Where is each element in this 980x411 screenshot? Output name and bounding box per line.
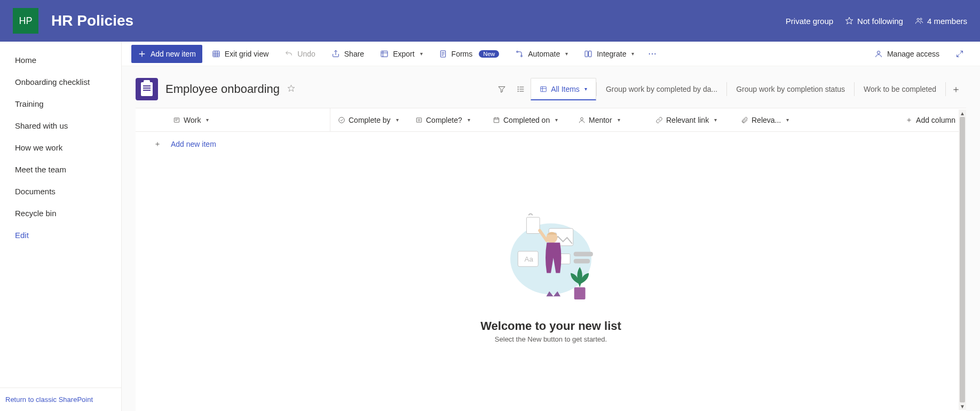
list-icon: [517, 85, 525, 93]
svg-point-44: [581, 117, 583, 120]
add-new-item-row[interactable]: ＋ Add new item: [136, 132, 966, 156]
plus-icon: [138, 50, 146, 58]
column-header-completed-on[interactable]: Completed on ▾: [485, 108, 571, 131]
sidebar-item-training[interactable]: Training: [0, 93, 121, 115]
sidebar-item-label: Shared with us: [15, 121, 68, 130]
site-title[interactable]: HR Policies: [51, 12, 133, 29]
view-tab-label: Group work by completed by da...: [606, 85, 717, 93]
column-header-complete-by[interactable]: Complete by ▾: [330, 108, 408, 131]
svg-rect-3: [213, 51, 219, 57]
follow-button[interactable]: Not following: [845, 17, 903, 26]
empty-state-title: Welcome to your new list: [480, 319, 621, 333]
main-region: Add new item Exit grid view Undo Share E…: [122, 42, 980, 411]
ellipsis-icon: ⋯: [648, 49, 657, 59]
scroll-down-arrow[interactable]: ▼: [959, 402, 966, 410]
empty-state-subtitle: Select the New button to get started.: [495, 335, 607, 343]
sidebar-item-home[interactable]: Home: [0, 49, 121, 71]
filter-button[interactable]: [492, 78, 511, 100]
members-button[interactable]: 4 members: [915, 17, 967, 26]
chevron-down-icon: ▾: [468, 117, 470, 123]
undo-label: Undo: [297, 50, 315, 58]
integrate-label: Integrate: [597, 50, 626, 58]
expand-button[interactable]: [949, 45, 970, 63]
sidebar-item-label: Onboarding checklist: [15, 77, 90, 86]
svg-rect-33: [174, 117, 179, 122]
scroll-thumb[interactable]: [960, 117, 965, 402]
sidebar-item-label: How we work: [15, 143, 62, 152]
sidebar-edit-link[interactable]: Edit: [0, 224, 121, 246]
svg-rect-9: [381, 51, 388, 57]
plus-icon: ＋: [905, 115, 913, 125]
svg-point-1: [917, 18, 919, 20]
site-logo[interactable]: HP: [13, 8, 38, 34]
add-new-item-label: Add new item: [151, 50, 196, 58]
add-new-item-row-label: Add new item: [171, 140, 216, 148]
forms-label: Forms: [452, 50, 473, 58]
column-header-complete-question[interactable]: Complete? ▾: [408, 108, 485, 131]
more-commands-button[interactable]: ⋯: [644, 45, 661, 63]
svg-rect-55: [574, 287, 586, 299]
members-label: 4 members: [927, 17, 967, 26]
sidebar-item-documents[interactable]: Documents: [0, 180, 121, 202]
chevron-down-icon: ▾: [555, 117, 558, 123]
sidebar-item-recycle-bin[interactable]: Recycle bin: [0, 202, 121, 224]
column-header-releva-truncated[interactable]: Releva... ▾: [733, 108, 811, 131]
add-new-item-button[interactable]: Add new item: [131, 45, 202, 63]
svg-rect-50: [560, 254, 570, 264]
column-header-work[interactable]: Work ▾: [136, 108, 330, 131]
automate-button[interactable]: Automate ▾: [509, 45, 574, 63]
list-view-toggle-button[interactable]: [511, 78, 531, 100]
person-icon: [874, 50, 883, 58]
scroll-up-arrow[interactable]: ▲: [959, 109, 966, 117]
view-tab-work-to-be-completed[interactable]: Work to be completed: [855, 78, 945, 100]
view-tab-label: Work to be completed: [864, 85, 936, 93]
exit-grid-view-button[interactable]: Exit grid view: [206, 45, 275, 63]
svg-point-36: [339, 117, 345, 123]
view-tab-group-by-date[interactable]: Group work by completed by da...: [597, 78, 726, 100]
sidebar-item-shared-with-us[interactable]: Shared with us: [0, 115, 121, 137]
chevron-down-icon: ▾: [565, 51, 568, 57]
link-icon: [655, 116, 663, 124]
integrate-button[interactable]: Integrate ▾: [578, 45, 641, 63]
star-icon: [287, 84, 295, 92]
sidebar-item-how-we-work[interactable]: How we work: [0, 137, 121, 159]
sidebar-item-label: Training: [15, 99, 44, 108]
sidebar-item-onboarding-checklist[interactable]: Onboarding checklist: [0, 71, 121, 93]
expand-icon: [955, 50, 964, 58]
svg-point-20: [877, 51, 880, 53]
column-header-relevant-link[interactable]: Relevant link ▾: [648, 108, 733, 131]
column-header-mentor[interactable]: Mentor ▾: [571, 108, 648, 131]
svg-rect-37: [416, 117, 421, 122]
add-column-button[interactable]: ＋ Add column: [898, 108, 966, 131]
share-button[interactable]: Share: [325, 45, 370, 63]
exit-grid-label: Exit grid view: [225, 50, 268, 58]
svg-marker-23: [288, 85, 295, 91]
share-icon: [331, 50, 340, 58]
svg-point-17: [521, 55, 523, 57]
view-tab-label: All Items: [551, 85, 580, 93]
list-header: Employee onboarding All Items ▾: [136, 78, 966, 100]
list-title: Employee onboarding: [165, 82, 280, 96]
add-view-button[interactable]: ＋: [946, 78, 966, 100]
chevron-down-icon: ▾: [420, 51, 423, 57]
sidebar-item-label: Recycle bin: [15, 209, 57, 218]
view-tab-all-items[interactable]: All Items ▾: [531, 78, 596, 100]
view-tab-group-by-status[interactable]: Group work by completion status: [727, 78, 854, 100]
chevron-down-icon: ▾: [714, 117, 717, 123]
favorite-star-button[interactable]: [287, 84, 295, 94]
svg-rect-40: [494, 117, 499, 122]
forms-button[interactable]: Forms New: [432, 45, 506, 63]
sidebar-item-meet-the-team[interactable]: Meet the team: [0, 159, 121, 180]
svg-point-2: [920, 18, 922, 20]
vertical-scrollbar[interactable]: ▲ ▼: [959, 109, 966, 410]
column-header-label: Relevant link: [666, 116, 709, 124]
column-headers-row: Work ▾ Complete by ▾ Complete? ▾: [136, 108, 966, 132]
manage-access-button[interactable]: Manage access: [868, 45, 946, 63]
svg-marker-0: [845, 17, 852, 24]
chevron-down-icon: ▾: [786, 117, 789, 123]
export-button[interactable]: Export ▾: [374, 45, 429, 63]
svg-text:Aa: Aa: [525, 255, 534, 263]
return-classic-link[interactable]: Return to classic SharePoint: [0, 388, 121, 411]
list-icon: [136, 78, 158, 100]
manage-access-label: Manage access: [887, 50, 939, 58]
